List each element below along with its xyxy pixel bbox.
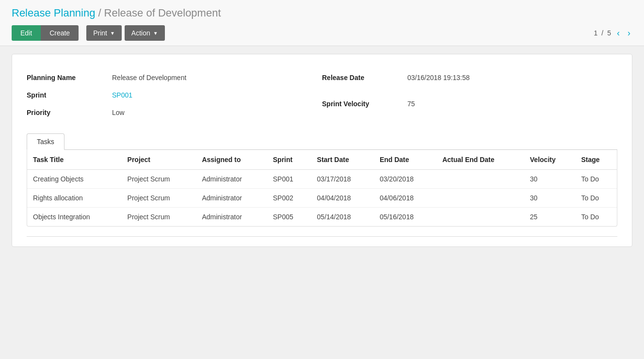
cell-2: Administrator [196,208,267,227]
cell-6 [436,170,524,189]
cell-3: SP005 [267,208,311,227]
cell-3: SP002 [267,189,311,208]
next-page-button[interactable]: › [626,27,632,39]
divider-bottom [27,236,617,237]
page-current: 1 [594,29,598,37]
cell-7: 25 [524,208,576,227]
main-content: Planning Name Release of Development Spr… [12,54,632,247]
release-date-label: Release Date [322,69,400,86]
cell-5: 03/20/2018 [374,170,436,189]
table-header-row: Task Title Project Assigned to Sprint St… [27,150,617,170]
col-sprint: Sprint [267,150,311,170]
sprint-velocity-value: 75 [400,95,617,113]
col-start-date: Start Date [311,150,374,170]
sprint-value[interactable]: SP001 [104,86,322,104]
cell-2: Administrator [196,189,267,208]
tab-tasks[interactable]: Tasks [27,133,64,150]
action-arrow-icon: ▼ [153,31,158,36]
cell-4: 05/14/2018 [311,208,374,227]
cell-6 [436,189,524,208]
pagination: 1 / 5 ‹ › [594,27,632,39]
sprint-label: Sprint [27,86,104,104]
cell-0: Creating Objects [27,170,122,189]
prev-page-button[interactable]: ‹ [615,27,622,39]
cell-8: To Do [576,208,617,227]
print-label: Print [93,29,107,37]
page-separator: / [601,29,603,37]
breadcrumb-current: Release of Development [104,7,221,19]
col-stage: Stage [576,150,617,170]
print-arrow-icon: ▼ [110,31,115,36]
cell-3: SP001 [267,170,311,189]
form-grid: Planning Name Release of Development Spr… [27,69,617,121]
edit-button[interactable]: Edit [12,25,41,41]
cell-0: Objects Integration [27,208,122,227]
cell-1: Project Scrum [122,170,196,189]
table-row: Objects IntegrationProject ScrumAdminist… [27,208,617,227]
col-actual-end-date: Actual End Date [436,150,524,170]
print-button[interactable]: Print ▼ [86,25,122,41]
col-assigned-to: Assigned to [196,150,267,170]
page-total: 5 [607,29,611,37]
toolbar: Edit Create Print ▼ Action ▼ 1 / 5 ‹ › [12,25,632,41]
cell-1: Project Scrum [122,208,196,227]
cell-1: Project Scrum [122,189,196,208]
form-left: Planning Name Release of Development Spr… [27,69,322,121]
action-label: Action [131,29,150,37]
cell-5: 04/06/2018 [374,189,436,208]
cell-7: 30 [524,170,576,189]
priority-value: Low [104,104,322,121]
col-project: Project [122,150,196,170]
cell-6 [436,208,524,227]
release-date-value: 03/16/2018 19:13:58 [400,69,617,86]
table-body: Creating ObjectsProject ScrumAdministrat… [27,170,617,227]
cell-0: Rights allocation [27,189,122,208]
tabs-container: Tasks Task Title Project Assigned to Spr… [27,133,617,227]
form-right: Release Date 03/16/2018 19:13:58 Sprint … [322,69,617,121]
cell-8: To Do [576,189,617,208]
action-button[interactable]: Action ▼ [125,25,165,41]
cell-7: 30 [524,189,576,208]
cell-5: 05/16/2018 [374,208,436,227]
breadcrumb-separator: / [98,7,101,19]
cell-4: 04/04/2018 [311,189,374,208]
table-row: Creating ObjectsProject ScrumAdministrat… [27,170,617,189]
create-button[interactable]: Create [41,25,79,41]
col-task-title: Task Title [27,150,122,170]
sprint-velocity-label: Sprint Velocity [322,95,400,113]
breadcrumb-link[interactable]: Release Planning [12,7,95,19]
cell-8: To Do [576,170,617,189]
planning-name-value: Release of Development [104,69,322,86]
table-container: Task Title Project Assigned to Sprint St… [27,150,617,227]
cell-4: 03/17/2018 [311,170,374,189]
cell-2: Administrator [196,170,267,189]
planning-name-label: Planning Name [27,69,104,86]
col-end-date: End Date [374,150,436,170]
col-velocity: Velocity [524,150,576,170]
table-row: Rights allocationProject ScrumAdministra… [27,189,617,208]
top-bar: Release Planning / Release of Developmen… [0,0,644,46]
breadcrumb: Release Planning / Release of Developmen… [12,7,632,19]
tasks-table: Task Title Project Assigned to Sprint St… [27,150,617,226]
tab-list: Tasks [27,133,617,150]
priority-label: Priority [27,104,104,121]
